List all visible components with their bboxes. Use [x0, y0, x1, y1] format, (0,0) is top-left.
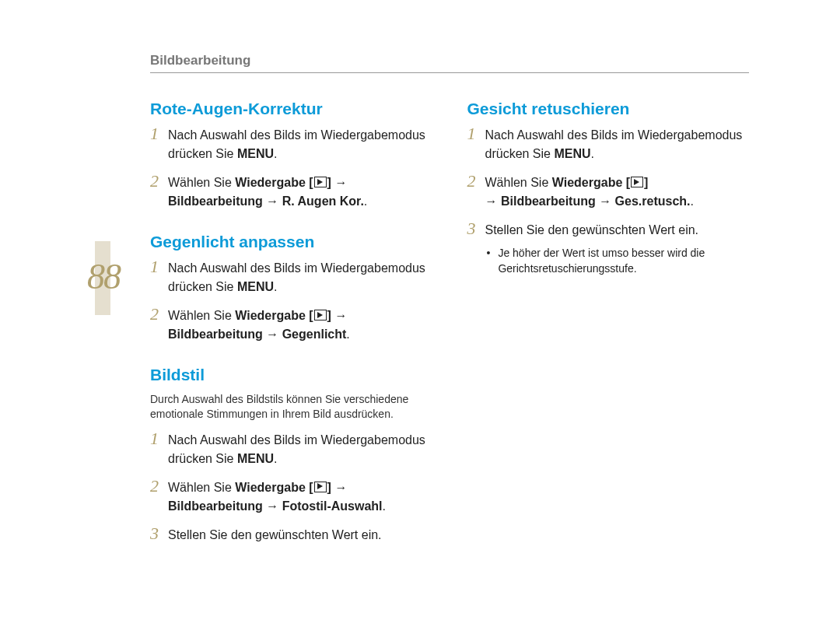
- section-gesicht: Gesicht retuschieren 1 Nach Auswahl des …: [467, 100, 754, 286]
- steps-list: 1 Nach Auswahl des Bilds im Wiedergabemo…: [150, 259, 436, 344]
- period: .: [274, 452, 277, 465]
- bullet-dot-icon: •: [487, 246, 491, 261]
- step: 2 Wählen Sie Wiedergabe [] → Bildbearbei…: [467, 173, 754, 211]
- header-title: Bildbearbeitung: [150, 53, 749, 72]
- step-number: 3: [467, 219, 478, 238]
- bullet-text: Je höher der Wert ist umso besser wird d…: [498, 246, 753, 276]
- step-number: 1: [467, 124, 478, 143]
- step-body: Wählen Sie Wiedergabe [] → Bildbearbeitu…: [168, 478, 436, 516]
- step-text: Nach Auswahl des Bilds im Wiedergabemodu…: [485, 128, 743, 160]
- section-title: Bildstil: [150, 366, 436, 384]
- play-icon: [314, 177, 327, 187]
- bold-text: Bildbearbeitung → Gegenlicht: [168, 328, 346, 341]
- step-number: 1: [150, 257, 161, 276]
- step-body: Wählen Sie Wiedergabe [] → Bildbearbeitu…: [168, 306, 436, 344]
- arrow: →: [334, 481, 347, 494]
- bold-text: []: [309, 176, 331, 189]
- section-gegenlicht: Gegenlicht anpassen 1 Nach Auswahl des B…: [150, 233, 436, 344]
- step: 2 Wählen Sie Wiedergabe [] → Bildbearbei…: [150, 306, 436, 344]
- steps-list: 1 Nach Auswahl des Bilds im Wiedergabemo…: [467, 126, 754, 286]
- step-text: Stellen Sie den gewünschten Wert ein.: [485, 223, 699, 236]
- period: .: [346, 328, 349, 341]
- step: 1 Nach Auswahl des Bilds im Wiedergabemo…: [150, 126, 436, 163]
- step: 1 Nach Auswahl des Bilds im Wiedergabemo…: [150, 259, 436, 296]
- section-intro: Durch Auswahl des Bildstils können Sie v…: [150, 392, 436, 422]
- right-column: Gesicht retuschieren 1 Nach Auswahl des …: [467, 100, 754, 566]
- step-body: Stellen Sie den gewünschten Wert ein. • …: [485, 221, 754, 286]
- bold-text: Wiedergabe: [552, 176, 623, 189]
- bold-text: []: [309, 481, 331, 494]
- play-icon: [314, 482, 327, 492]
- step: 1 Nach Auswahl des Bilds im Wiedergabemo…: [150, 431, 436, 468]
- left-column: Rote-Augen-Korrektur 1 Nach Auswahl des …: [150, 100, 436, 566]
- menu-label: MENU: [237, 147, 274, 160]
- step-text: Wählen Sie: [485, 176, 552, 189]
- play-icon: [314, 310, 327, 321]
- bold-text: Wiedergabe: [235, 309, 306, 322]
- bold-text: []: [626, 176, 649, 189]
- step-text: Nach Auswahl des Bilds im Wiedergabemodu…: [168, 433, 425, 465]
- period: .: [691, 194, 694, 208]
- step-text: Wählen Sie: [168, 481, 235, 494]
- section-title: Gesicht retuschieren: [467, 100, 754, 118]
- page-header: Bildbearbeitung: [150, 53, 749, 73]
- step-number: 2: [150, 172, 161, 191]
- bold-text: Wiedergabe: [235, 176, 306, 189]
- step-body: Nach Auswahl des Bilds im Wiedergabemodu…: [485, 126, 754, 163]
- step-body: Wählen Sie Wiedergabe [] → Bildbearbeitu…: [168, 173, 436, 211]
- step-number: 2: [467, 172, 478, 191]
- bold-text: Bildbearbeitung → R. Augen Kor.: [168, 194, 364, 208]
- bullet-item: • Je höher der Wert ist umso besser wird…: [487, 246, 754, 276]
- step-number: 1: [150, 429, 161, 448]
- steps-list: 1 Nach Auswahl des Bilds im Wiedergabemo…: [150, 431, 436, 545]
- manual-page: 88 Bildbearbeitung Rote-Augen-Korrektur …: [0, 0, 840, 634]
- period: .: [274, 147, 277, 160]
- menu-label: MENU: [237, 280, 274, 293]
- bullet-list: • Je höher der Wert ist umso besser wird…: [487, 246, 754, 276]
- period: .: [383, 499, 386, 513]
- section-title: Gegenlicht anpassen: [150, 233, 436, 251]
- step: 2 Wählen Sie Wiedergabe [] → Bildbearbei…: [150, 478, 436, 516]
- step-body: Nach Auswahl des Bilds im Wiedergabemodu…: [168, 431, 436, 468]
- step-body: Wählen Sie Wiedergabe [] → Bildbearbeitu…: [485, 173, 754, 211]
- menu-label: MENU: [554, 147, 590, 160]
- bold-text: → Bildbearbeitung → Ges.retusch.: [485, 194, 691, 208]
- section-rote-augen: Rote-Augen-Korrektur 1 Nach Auswahl des …: [150, 100, 436, 211]
- header-rule: [150, 72, 749, 73]
- period: .: [364, 194, 367, 208]
- period: .: [591, 147, 594, 160]
- step: 1 Nach Auswahl des Bilds im Wiedergabemo…: [467, 126, 754, 163]
- step-number: 3: [150, 524, 161, 543]
- play-icon: [631, 177, 643, 187]
- step-body: Stellen Sie den gewünschten Wert ein.: [168, 526, 436, 545]
- step-text: Wählen Sie: [168, 309, 235, 322]
- step-body: Nach Auswahl des Bilds im Wiedergabemodu…: [168, 126, 436, 163]
- step: 2 Wählen Sie Wiedergabe [] → Bildbearbei…: [150, 173, 436, 211]
- section-title: Rote-Augen-Korrektur: [150, 100, 436, 118]
- step-text: Nach Auswahl des Bilds im Wiedergabemodu…: [168, 261, 425, 293]
- page-number: 88: [87, 256, 120, 297]
- step: 3 Stellen Sie den gewünschten Wert ein. …: [467, 221, 754, 286]
- step: 3 Stellen Sie den gewünschten Wert ein.: [150, 526, 436, 545]
- step-text: Wählen Sie: [168, 176, 235, 189]
- period: .: [274, 280, 277, 293]
- step-number: 2: [150, 305, 161, 324]
- bold-text: Wiedergabe: [235, 481, 306, 494]
- steps-list: 1 Nach Auswahl des Bilds im Wiedergabemo…: [150, 126, 436, 211]
- section-bildstil: Bildstil Durch Auswahl des Bildstils kön…: [150, 366, 436, 545]
- step-number: 1: [150, 124, 161, 143]
- bold-text: []: [309, 309, 331, 322]
- content-columns: Rote-Augen-Korrektur 1 Nach Auswahl des …: [150, 100, 753, 566]
- arrow: →: [334, 176, 347, 189]
- step-body: Nach Auswahl des Bilds im Wiedergabemodu…: [168, 259, 436, 296]
- menu-label: MENU: [237, 452, 274, 465]
- arrow: →: [334, 309, 347, 322]
- bold-text: Bildbearbeitung → Fotostil-Auswahl: [168, 499, 383, 513]
- step-number: 2: [150, 477, 161, 496]
- step-text: Nach Auswahl des Bilds im Wiedergabemodu…: [168, 128, 425, 160]
